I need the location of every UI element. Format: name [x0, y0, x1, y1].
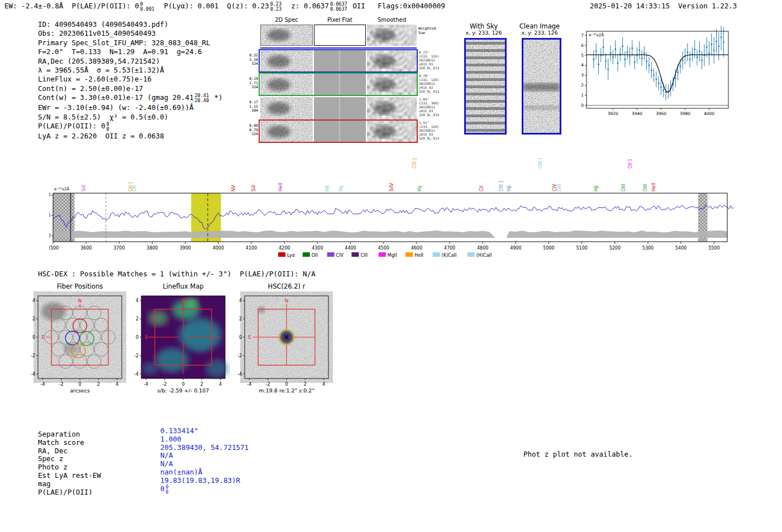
- emission-line-label: OIII: [557, 184, 562, 191]
- emission-line-label: Hδ: [325, 185, 330, 191]
- svg-text:4: 4: [239, 298, 242, 303]
- spec2d-row1-pixelflat: [314, 74, 366, 96]
- sup-sub: 20.4120.40: [194, 93, 209, 103]
- svg-text:0: 0: [239, 335, 242, 340]
- info-line-4: RA,Dec (205.389389,54.721542): [38, 57, 223, 66]
- withsky-coords: x, y: 233, 126: [458, 30, 509, 36]
- svg-text:-4: -4: [134, 372, 139, 377]
- emission-line-label: OIII: [643, 184, 648, 191]
- svg-text:4200: 4200: [279, 246, 290, 251]
- sup-sub: 0.06370.0637: [330, 2, 347, 12]
- svg-text:4300: 4300: [312, 246, 323, 251]
- svg-text:-4: -4: [237, 372, 242, 377]
- spec2d-row3-2dspec: [260, 121, 313, 143]
- svg-text:3500: 3500: [49, 246, 59, 251]
- cleanimage-panel-image: [523, 40, 560, 133]
- full-spectrum-chart: 3500360037003800390040004100420043004400…: [49, 146, 733, 258]
- svg-text:0: 0: [182, 382, 184, 387]
- emission-line-label: HeII: [278, 183, 283, 191]
- svg-text:2: 2: [97, 382, 100, 387]
- svg-text:4: 4: [322, 382, 325, 387]
- svg-text:4100: 4100: [246, 246, 257, 251]
- svg-text:4: 4: [581, 63, 584, 68]
- svg-text:N: N: [182, 298, 185, 304]
- spec2d-row1-smoothed: [367, 74, 417, 96]
- info-line-9: EWr = -3.10(±0.94) (w: -2.40(±0.69))Å: [38, 103, 223, 112]
- svg-text:OII: OII: [312, 253, 318, 258]
- svg-text:5200: 5200: [609, 246, 621, 251]
- emission-line-label: SiII: [82, 185, 87, 191]
- emission-line-label: OII: [132, 185, 137, 191]
- emission-line-label: SiII: [251, 185, 256, 191]
- withsky-panel-image: [466, 40, 505, 133]
- svg-text:6: 6: [581, 43, 584, 48]
- svg-text:4600: 4600: [411, 246, 422, 251]
- svg-text:4400: 4400: [345, 246, 356, 251]
- svg-text:3920: 3920: [608, 111, 618, 116]
- fiber-xlabel: arcsecs: [38, 387, 122, 394]
- col-header-pixelflat: Pixel Flat: [314, 17, 366, 23]
- pixelflat-seam: [339, 50, 340, 73]
- svg-text:-2: -2: [237, 353, 242, 358]
- svg-text:4700: 4700: [444, 246, 455, 251]
- weighted-pixelflat-image: [314, 25, 366, 46]
- match-row-label: P(LAE)/P(OII): [38, 488, 93, 497]
- svg-text:-2: -2: [59, 382, 64, 387]
- info-line-12: LyA z = 2.2620 OII z = 0.0638: [38, 132, 223, 141]
- header-stats-line: EW: -2.4±-0.8Å P(LAE)/P(OII): 000.001 P(…: [4, 2, 445, 12]
- info-line-7: Cont(n) = 2.50(±0.00)e-17: [38, 84, 223, 93]
- emission-line-label: Hγ: [338, 185, 344, 191]
- cleanimage-coords: x, y: 233, 126: [514, 30, 565, 36]
- spec2d-row3-right-labels: 1.51"(233, 126)20230611v015_03328_RL_013: [419, 121, 444, 140]
- cleanimage-panel: [522, 38, 561, 135]
- svg-text:-2: -2: [134, 353, 139, 358]
- match-row-value: 19.83(19.83,19.83)R: [160, 476, 240, 485]
- svg-text:4000: 4000: [213, 246, 224, 251]
- info-line-8: Cont(w) = 3.30(±0.01)e-17 (gmag 20.4120.…: [38, 93, 223, 103]
- col-header-2dspec: 2D Spec: [260, 17, 313, 23]
- svg-text:5: 5: [49, 213, 51, 218]
- svg-text:3900: 3900: [179, 246, 190, 251]
- svg-text:E: E: [41, 334, 45, 340]
- col-header-smoothed: Smoothed: [367, 17, 417, 23]
- svg-text:MgII: MgII: [388, 253, 397, 258]
- svg-text:2: 2: [32, 317, 35, 322]
- svg-text:5: 5: [581, 53, 584, 58]
- hsc-cutout-title: HSC(26.2) r: [245, 282, 328, 290]
- svg-text:(H)CaII: (H)CaII: [476, 253, 492, 258]
- emission-line-label: Hβ: [507, 185, 512, 191]
- svg-text:0: 0: [49, 233, 51, 238]
- info-line-10: S/N = 8.5(±2.5) χ² = 0.5(±0.0): [38, 113, 223, 122]
- weighted-2dspec-image: [260, 25, 313, 46]
- emission-line-label: Hβ: [594, 185, 599, 191]
- svg-text:-2: -2: [31, 353, 35, 358]
- svg-text:7: 7: [581, 33, 584, 38]
- hsc-caption: m:19.8 re:1.2" s:0.2": [236, 387, 337, 394]
- svg-text:-4: -4: [31, 372, 35, 377]
- emission-line-label: OII ]: [628, 159, 633, 169]
- spec2d-row1-right-labels: 0.79"(232, 126)20230611v015_02328_RL_013: [419, 74, 444, 93]
- spec2d-row1-2dspec: [260, 74, 313, 96]
- spec2d-row2-smoothed: [367, 97, 417, 119]
- svg-text:10: 10: [49, 193, 51, 198]
- spec2d-row2-pixelflat: [314, 97, 366, 119]
- spec2d-row3-left-labels: 0.080.79324: [245, 124, 258, 137]
- svg-text:5000: 5000: [543, 246, 554, 251]
- header-stats: EW: -2.4±-0.8Å P(LAE)/P(OII): 000.001 P(…: [4, 2, 445, 12]
- svg-text:e⁻¹⁷x2Å: e⁻¹⁷x2Å: [589, 32, 604, 37]
- info-line-5: λ = 3965.55Å σ = 5.53(±1.32)Å: [38, 66, 223, 75]
- page: EW: -2.4±-0.8Å P(LAE)/P(OII): 000.001 P(…: [0, 0, 782, 532]
- svg-text:E: E: [145, 334, 148, 340]
- svg-text:2: 2: [304, 382, 307, 387]
- svg-text:-2: -2: [163, 382, 167, 387]
- spec2d-row0-right-labels: 0.73"(233, 126)20230611v015_01328_RL_013: [419, 50, 444, 70]
- svg-text:4500: 4500: [378, 246, 389, 251]
- svg-text:3700: 3700: [113, 246, 125, 251]
- spec2d-row0-pixelflat: [314, 50, 366, 73]
- lineflux-caption: s/b: -2.59 +/- 0.107: [133, 387, 233, 394]
- svg-text:5100: 5100: [576, 246, 587, 251]
- emission-line-label: CIII ]: [412, 159, 417, 169]
- svg-text:Lyα: Lyα: [287, 253, 295, 258]
- pixelflat-seam: [339, 74, 340, 96]
- source-info-block: ID: 4090540493 (4090540493.pdf)Obs: 2023…: [38, 20, 223, 141]
